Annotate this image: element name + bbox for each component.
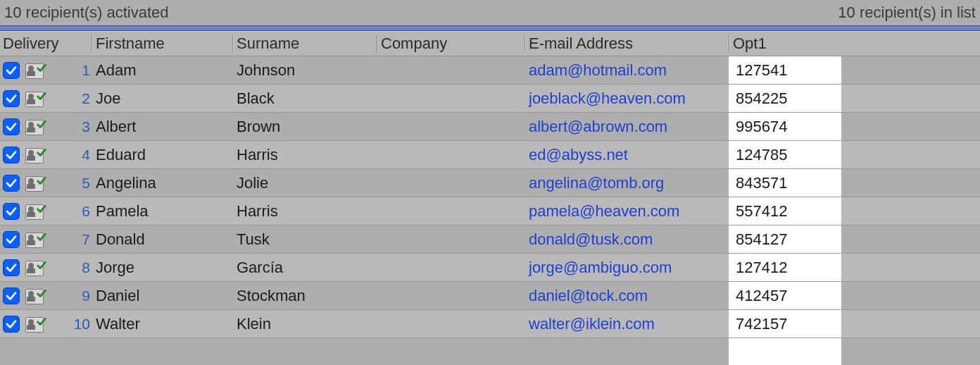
row-number: 7 bbox=[69, 231, 92, 248]
column-separator[interactable] bbox=[232, 35, 234, 52]
contact-card-icon bbox=[25, 314, 45, 334]
cell-surname: Klein bbox=[232, 315, 377, 333]
email-link[interactable]: walter@iklein.com bbox=[529, 315, 655, 333]
cell-email: jorge@ambiguo.com bbox=[524, 259, 729, 277]
table-row[interactable]: 10WalterKleinwalter@iklein.com742157 bbox=[0, 310, 980, 338]
email-link[interactable]: daniel@tock.com bbox=[529, 287, 648, 304]
delivery-checkbox[interactable] bbox=[3, 203, 20, 220]
cell-firstname-text: Donald bbox=[96, 230, 145, 248]
opt1-value: 843571 bbox=[736, 174, 787, 192]
email-link[interactable]: adam@hotmail.com bbox=[529, 61, 667, 79]
table-header-row: Delivery Firstname Surname Company E-mai… bbox=[0, 31, 980, 56]
table-row[interactable]: 9DanielStockmandaniel@tock.com412457 bbox=[0, 282, 980, 310]
cell-firstname-text: Angelina bbox=[96, 174, 156, 192]
table-row[interactable]: 2JoeBlackjoeblack@heaven.com854225 bbox=[0, 85, 980, 113]
email-link[interactable]: angelina@tomb.org bbox=[529, 174, 664, 192]
cell-delivery: 10 bbox=[0, 314, 92, 334]
row-number: 1 bbox=[69, 62, 92, 79]
cell-surname-text: Klein bbox=[237, 315, 271, 333]
column-separator[interactable] bbox=[729, 35, 730, 52]
row-number: 3 bbox=[69, 118, 92, 135]
opt1-value: 854127 bbox=[736, 230, 787, 249]
cell-firstname: Pamela bbox=[92, 202, 232, 221]
email-link[interactable]: jorge@ambiguo.com bbox=[529, 259, 672, 276]
contact-card-icon bbox=[25, 230, 45, 249]
table-row[interactable]: 3AlbertBrownalbert@abrown.com995674 bbox=[0, 113, 980, 141]
delivery-checkbox[interactable] bbox=[3, 259, 20, 276]
delivery-checkbox[interactable] bbox=[3, 90, 20, 107]
email-link[interactable]: donald@tusk.com bbox=[529, 230, 653, 248]
table-row[interactable]: 7DonaldTuskdonald@tusk.com854127 bbox=[0, 225, 980, 254]
row-number: 5 bbox=[69, 175, 92, 192]
cell-opt1: 127412 bbox=[729, 254, 841, 281]
row-number: 10 bbox=[69, 316, 92, 333]
cell-firstname-text: Walter bbox=[96, 315, 140, 333]
opt1-value: 127541 bbox=[736, 61, 787, 80]
header-email[interactable]: E-mail Address bbox=[524, 35, 729, 53]
table-row[interactable]: 5AngelinaJolieangelina@tomb.org843571 bbox=[0, 169, 980, 197]
row-number: 4 bbox=[69, 147, 92, 163]
contact-card-icon bbox=[25, 145, 45, 165]
cell-email: albert@abrown.com bbox=[524, 118, 729, 136]
cell-email: daniel@tock.com bbox=[524, 287, 729, 305]
cell-firstname: Walter bbox=[92, 315, 232, 333]
delivery-checkbox[interactable] bbox=[3, 231, 20, 248]
cell-surname-text: Brown bbox=[237, 118, 280, 135]
delivery-checkbox[interactable] bbox=[3, 118, 20, 135]
header-company[interactable]: Company bbox=[377, 35, 524, 53]
column-separator[interactable] bbox=[377, 35, 378, 52]
cell-surname-text: Stockman bbox=[237, 287, 306, 304]
cell-firstname: Eduard bbox=[92, 146, 232, 164]
header-surname[interactable]: Surname bbox=[232, 35, 377, 53]
contact-card-icon bbox=[25, 61, 45, 80]
table-row[interactable]: 6PamelaHarrispamela@heaven.com557412 bbox=[0, 197, 980, 225]
opt1-value: 412457 bbox=[736, 287, 787, 305]
column-separator[interactable] bbox=[92, 35, 93, 52]
delivery-checkbox[interactable] bbox=[3, 62, 20, 79]
email-link[interactable]: albert@abrown.com bbox=[529, 118, 667, 135]
opt1-value: 557412 bbox=[736, 202, 787, 221]
cell-firstname: Daniel bbox=[92, 287, 232, 305]
highlight-strip bbox=[0, 25, 980, 31]
cell-opt1: 127541 bbox=[729, 56, 841, 84]
cell-opt1: 854225 bbox=[729, 85, 841, 112]
cell-email: pamela@heaven.com bbox=[524, 202, 729, 221]
delivery-checkbox[interactable] bbox=[3, 316, 20, 333]
cell-firstname: Albert bbox=[92, 118, 232, 136]
header-opt1[interactable]: Opt1 bbox=[729, 35, 841, 53]
table-footer-fill bbox=[0, 338, 980, 365]
cell-email: adam@hotmail.com bbox=[524, 61, 729, 80]
contact-card-icon bbox=[25, 117, 45, 137]
table-row[interactable]: 4EduardHarrised@abyss.net124785 bbox=[0, 141, 980, 169]
cell-firstname-text: Adam bbox=[96, 61, 136, 79]
row-number: 8 bbox=[69, 259, 92, 276]
cell-firstname-text: Joe bbox=[96, 89, 120, 107]
cell-surname-text: Jolie bbox=[237, 174, 268, 192]
opt1-value: 127412 bbox=[736, 259, 787, 277]
table-row[interactable]: 8JorgeGarcíajorge@ambiguo.com127412 bbox=[0, 254, 980, 282]
contact-card-icon bbox=[25, 89, 45, 109]
table-row[interactable]: 1AdamJohnsonadam@hotmail.com127541 bbox=[0, 56, 980, 85]
opt1-value: 742157 bbox=[736, 315, 787, 333]
cell-email: donald@tusk.com bbox=[524, 230, 729, 249]
contact-card-icon bbox=[25, 173, 45, 193]
cell-firstname: Angelina bbox=[92, 174, 232, 192]
email-link[interactable]: pamela@heaven.com bbox=[529, 202, 679, 220]
cell-firstname-text: Jorge bbox=[96, 259, 134, 276]
cell-delivery: 8 bbox=[0, 258, 92, 278]
cell-firstname: Jorge bbox=[92, 259, 232, 277]
delivery-checkbox[interactable] bbox=[3, 175, 20, 192]
cell-surname: Harris bbox=[232, 146, 377, 164]
cell-surname-text: Black bbox=[237, 89, 275, 107]
header-delivery[interactable]: Delivery bbox=[0, 35, 92, 53]
email-link[interactable]: ed@abyss.net bbox=[529, 146, 628, 163]
column-separator[interactable] bbox=[524, 35, 526, 52]
cell-opt1: 124785 bbox=[729, 141, 841, 168]
cell-delivery: 2 bbox=[0, 89, 92, 109]
delivery-checkbox[interactable] bbox=[3, 287, 20, 304]
header-firstname[interactable]: Firstname bbox=[92, 35, 232, 53]
cell-email: angelina@tomb.org bbox=[524, 174, 729, 192]
delivery-checkbox[interactable] bbox=[3, 147, 20, 163]
cell-delivery: 5 bbox=[0, 173, 92, 193]
email-link[interactable]: joeblack@heaven.com bbox=[529, 89, 686, 107]
